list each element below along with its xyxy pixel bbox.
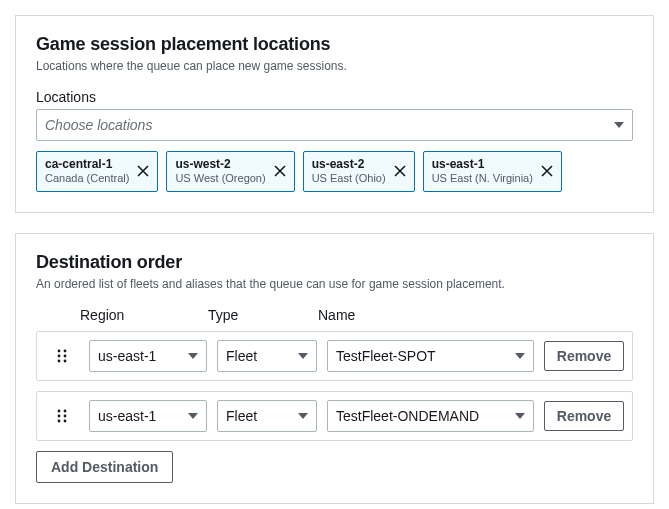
region-value: us-east-1 — [98, 348, 156, 364]
svg-point-5 — [64, 359, 67, 362]
destination-order-panel: Destination order An ordered list of fle… — [15, 233, 654, 504]
caret-down-icon — [188, 413, 198, 419]
location-token: us-west-2 US West (Oregon) — [166, 151, 294, 192]
caret-down-icon — [188, 353, 198, 359]
panel-header: Game session placement locations Locatio… — [16, 16, 653, 89]
drag-handle-icon[interactable] — [56, 408, 68, 424]
type-header: Type — [208, 307, 308, 323]
location-desc: Canada (Central) — [45, 172, 129, 185]
placement-subtitle: Locations where the queue can place new … — [36, 59, 633, 73]
svg-point-1 — [64, 349, 67, 352]
region-header: Region — [80, 307, 198, 323]
destination-row: us-east-1 Fleet TestFleet-SPOT — [36, 331, 633, 381]
locations-token-row: ca-central-1 Canada (Central) us-west-2 … — [36, 151, 633, 192]
svg-point-11 — [64, 419, 67, 422]
panel-header: Destination order An ordered list of fle… — [16, 234, 653, 307]
name-value: TestFleet-SPOT — [336, 348, 436, 364]
location-code: ca-central-1 — [45, 157, 129, 171]
type-value: Fleet — [226, 348, 257, 364]
remove-token-button[interactable] — [135, 163, 151, 179]
drag-handle-icon[interactable] — [56, 348, 68, 364]
caret-down-icon — [298, 353, 308, 359]
panel-body: Locations Choose locations ca-central-1 … — [16, 89, 653, 212]
location-code: us-west-2 — [175, 157, 265, 171]
svg-point-4 — [58, 359, 61, 362]
locations-label: Locations — [36, 89, 633, 105]
destination-subtitle: An ordered list of fleets and aliases th… — [36, 277, 633, 291]
panel-body: Region Type Name us- — [16, 307, 653, 503]
svg-point-8 — [58, 414, 61, 417]
type-select[interactable]: Fleet — [217, 400, 317, 432]
caret-down-icon — [515, 413, 525, 419]
remove-token-button[interactable] — [392, 163, 408, 179]
region-select[interactable]: us-east-1 — [89, 400, 207, 432]
svg-point-3 — [64, 354, 67, 357]
name-header: Name — [318, 307, 543, 323]
destination-header-row: Region Type Name — [36, 307, 633, 323]
caret-down-icon — [614, 122, 624, 128]
type-value: Fleet — [226, 408, 257, 424]
location-token: us-east-2 US East (Ohio) — [303, 151, 415, 192]
add-destination-button[interactable]: Add Destination — [36, 451, 173, 483]
remove-destination-button[interactable]: Remove — [544, 341, 624, 371]
location-code: us-east-1 — [432, 157, 533, 171]
svg-point-7 — [64, 409, 67, 412]
svg-point-0 — [58, 349, 61, 352]
type-select[interactable]: Fleet — [217, 340, 317, 372]
remove-token-button[interactable] — [272, 163, 288, 179]
location-desc: US West (Oregon) — [175, 172, 265, 185]
svg-point-10 — [58, 419, 61, 422]
name-select[interactable]: TestFleet-SPOT — [327, 340, 534, 372]
destination-title: Destination order — [36, 252, 633, 273]
caret-down-icon — [298, 413, 308, 419]
svg-point-9 — [64, 414, 67, 417]
remove-token-button[interactable] — [539, 163, 555, 179]
location-token: ca-central-1 Canada (Central) — [36, 151, 158, 192]
location-code: us-east-2 — [312, 157, 386, 171]
name-select[interactable]: TestFleet-ONDEMAND — [327, 400, 534, 432]
caret-down-icon — [515, 353, 525, 359]
destination-row: us-east-1 Fleet TestFleet-ONDEMAND — [36, 391, 633, 441]
svg-point-6 — [58, 409, 61, 412]
placement-locations-panel: Game session placement locations Locatio… — [15, 15, 654, 213]
svg-point-2 — [58, 354, 61, 357]
name-value: TestFleet-ONDEMAND — [336, 408, 479, 424]
location-token: us-east-1 US East (N. Virginia) — [423, 151, 562, 192]
locations-select[interactable]: Choose locations — [36, 109, 633, 141]
placement-title: Game session placement locations — [36, 34, 633, 55]
remove-destination-button[interactable]: Remove — [544, 401, 624, 431]
region-value: us-east-1 — [98, 408, 156, 424]
region-select[interactable]: us-east-1 — [89, 340, 207, 372]
location-desc: US East (N. Virginia) — [432, 172, 533, 185]
locations-placeholder: Choose locations — [45, 117, 152, 133]
location-desc: US East (Ohio) — [312, 172, 386, 185]
